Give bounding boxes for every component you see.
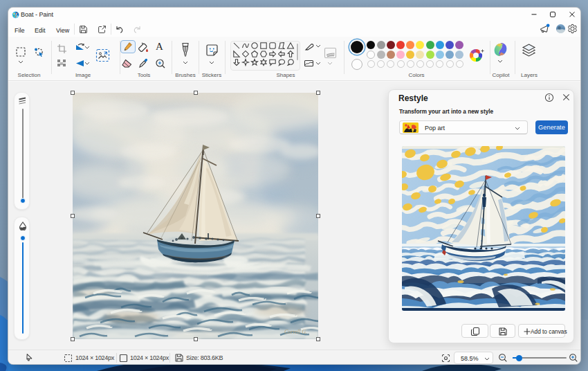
svg-text:Correll G.: Correll G. <box>284 329 307 335</box>
